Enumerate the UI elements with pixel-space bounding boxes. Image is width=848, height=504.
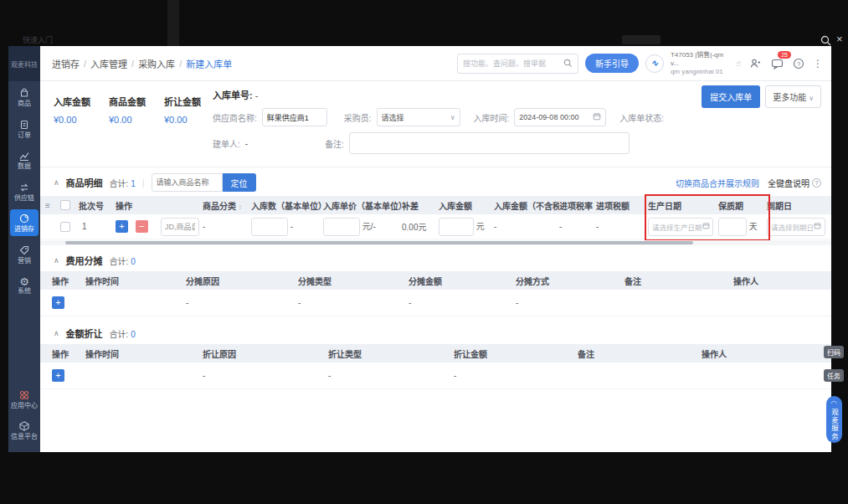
sidebar-item-jxc-active[interactable]: 进销存 <box>10 209 39 236</box>
amount-stats: 入库金额 ¥0.00 商品金额 ¥0.00 折让金额 ¥0.00 <box>54 86 213 160</box>
product-total-count: 1 <box>131 179 136 188</box>
collapse-caret-icon[interactable]: ∧ <box>54 329 59 337</box>
amount-input[interactable] <box>439 218 474 236</box>
sidebar-item-supply-chain[interactable]: 供应链 <box>10 178 39 205</box>
col-tax-rate: 进项税率 <box>559 199 596 212</box>
add-row-button[interactable]: + <box>116 220 128 233</box>
select-all-checkbox[interactable] <box>60 200 70 210</box>
col-bucha: 补差 <box>402 199 439 212</box>
app-grid-icon <box>10 389 39 401</box>
global-search-input[interactable] <box>463 59 560 68</box>
messages-icon[interactable]: 25 <box>769 56 784 71</box>
customer-service-tab[interactable]: ◠ 观麦服务 <box>826 396 842 443</box>
prod-date-picker[interactable]: 请选择生产日期 <box>648 218 713 236</box>
sidebar-item-data[interactable]: 数据 <box>10 147 39 173</box>
scrollbar-thumb[interactable] <box>65 241 693 244</box>
supplier-input[interactable] <box>262 108 327 126</box>
order-status-label: 入库单状态: <box>619 111 664 124</box>
sort-icon: ↕ <box>239 203 242 211</box>
switch-merge-rule-link[interactable]: 切换商品合并展示规则 <box>676 177 759 189</box>
breadcrumb-inbound-mgmt[interactable]: 入库管理 <box>90 57 127 70</box>
more-actions-button[interactable]: 更多功能 ∨ <box>765 85 821 108</box>
breadcrumb-jxc[interactable]: 进销存 <box>52 57 80 70</box>
message-count-badge: 25 <box>778 51 791 59</box>
sidebar-item-goods[interactable]: 商品 <box>10 84 39 111</box>
sidebar-item-orders[interactable]: 订单 <box>10 116 39 142</box>
product-name-search-input[interactable] <box>152 173 223 192</box>
calendar-icon <box>702 222 710 231</box>
col-batch: 批次号 <box>79 199 116 212</box>
window-close-icon[interactable]: × <box>836 33 843 45</box>
add-discount-button[interactable]: + <box>52 369 64 382</box>
background-band <box>622 35 660 44</box>
top-header: 进销存 / 入库管理 / 采购入库 / 新建入库单 新手引导 ∿ <box>40 46 831 81</box>
background-band <box>167 0 179 46</box>
col-tax-amount: 进项税额 <box>596 199 648 212</box>
amount-unit: 元 <box>476 222 485 231</box>
scan-code-tab[interactable]: 扫码 <box>824 346 844 358</box>
user-info: T47053 |销售|-qm v... qm yangxinhai 01 <box>671 51 729 76</box>
product-table: ≡ 批次号 操作 商品分类 ↕ 入库数（基本单位） ? 入库单价（基本单位） ?… <box>40 196 831 245</box>
supply-arrows-icon <box>10 182 39 193</box>
col-amount: 入库金额 <box>439 199 494 212</box>
order-no-label: 入库单号: <box>213 90 253 100</box>
main-area: 进销存 / 入库管理 / 采购入库 / 新建入库单 新手引导 ∿ <box>40 46 831 452</box>
window-search-icon[interactable] <box>820 34 832 46</box>
due-date-picker[interactable]: 请选择到期日 <box>767 218 825 236</box>
collapse-caret-icon[interactable]: ∧ <box>54 256 59 265</box>
stat-inbound-amount: 入库金额 ¥0.00 <box>54 95 90 160</box>
inbound-time-picker[interactable]: 2024-09-08 00:00 <box>514 108 606 126</box>
qty-input[interactable] <box>251 218 288 236</box>
breadcrumb-new-inbound-order: 新建入库单 <box>186 57 232 70</box>
keyboard-help-link[interactable]: 全键盘说明 ? <box>768 177 821 189</box>
help-icon[interactable]: ? <box>791 56 806 71</box>
col-category[interactable]: 商品分类 ↕ <box>203 199 251 212</box>
sidebar-item-system[interactable]: ⚙ 系统 <box>10 273 39 298</box>
row-checkbox[interactable] <box>60 222 70 232</box>
product-table-row: 1 + − - - 元/- 0.00元 元 - - - <box>40 214 831 239</box>
discount-table-row: + − - - - <box>40 363 831 389</box>
stat-goods-amount: 商品金额 ¥0.00 <box>109 95 146 160</box>
buyer-select[interactable]: 请选择 ∨ <box>377 108 460 126</box>
avatar[interactable]: ∿ <box>645 54 664 73</box>
newbie-guide-button[interactable]: 新手引导 <box>585 54 639 73</box>
col-prod-date: 生产日期 <box>648 199 718 212</box>
col-due-date: 到期日 <box>767 199 829 212</box>
invite-user-icon[interactable] <box>748 56 763 71</box>
remark-label: 备注: <box>325 137 344 150</box>
remove-row-button[interactable]: − <box>136 220 148 233</box>
calendar-icon <box>814 222 821 231</box>
search-icon[interactable] <box>563 56 573 71</box>
sidebar-spacer <box>8 300 40 383</box>
tax-rate-value: - <box>559 222 596 231</box>
add-cost-button[interactable]: + <box>52 296 64 309</box>
price-input[interactable] <box>323 218 360 236</box>
shelf-life-input[interactable] <box>718 218 747 236</box>
user-id: T47053 |销售|-qm v... <box>671 51 729 68</box>
shelf-life-unit: 天 <box>749 222 758 231</box>
hand-icon[interactable]: ☝ <box>736 59 741 68</box>
col-amount-notax: 入库金额（不含税） <box>494 199 559 212</box>
stat-discount-amount: 折让金额 ¥0.00 <box>164 95 201 160</box>
cost-table: 操作 操作时间 分摊原因 分摊类型 分摊金额 分摊方式 备注 操作人 + − -… <box>40 271 831 316</box>
supplier-label: 供应商名称: <box>213 111 257 124</box>
price-unit: 元/- <box>362 222 376 231</box>
screenshot-canvas: 快速入门 × 观麦科技 商品 订单 数据 供应链 <box>0 0 848 504</box>
app-window: 观麦科技 商品 订单 数据 供应链 进销存 <box>8 46 831 452</box>
kebab-menu-icon[interactable]: ⋮ <box>813 58 823 69</box>
remark-textarea[interactable] <box>349 132 630 154</box>
collapse-caret-icon[interactable]: ∧ <box>54 178 59 187</box>
sidebar-item-app-center[interactable]: 应用中心 <box>10 386 39 413</box>
product-name-input[interactable] <box>161 218 199 236</box>
submit-inbound-button[interactable]: 提交入库单 <box>702 85 760 108</box>
col-price: 入库单价（基本单位） ? <box>323 199 402 212</box>
discount-table-header: 操作 操作时间 折让原因 折让类型 折让金额 备注 操作人 <box>40 344 831 363</box>
cube-icon <box>10 420 39 432</box>
task-tab[interactable]: 任务 <box>824 369 844 382</box>
breadcrumb-purchase-inbound[interactable]: 采购入库 <box>138 57 175 70</box>
tag-icon <box>10 244 39 256</box>
locate-button[interactable]: 定位 <box>223 173 256 192</box>
sidebar-item-marketing[interactable]: 营销 <box>10 241 39 268</box>
user-account: qm yangxinhai 01 <box>671 68 729 76</box>
sidebar-item-info-platform[interactable]: 信息平台 <box>10 417 39 444</box>
